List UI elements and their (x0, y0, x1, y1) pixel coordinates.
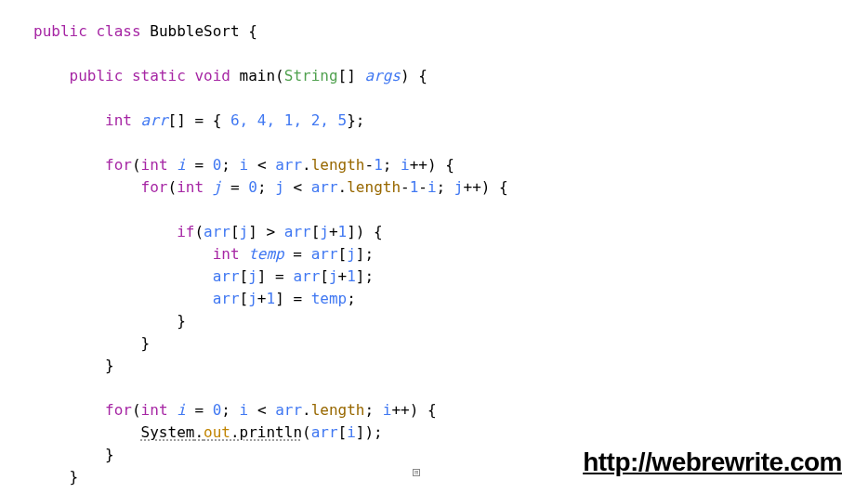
kw-public: public (33, 22, 87, 40)
class-name: BubbleSort (150, 22, 239, 40)
kw-class: class (96, 22, 140, 40)
resize-handle-icon: ⊞ (413, 469, 420, 476)
static-call: System.out.println (141, 423, 302, 441)
code-block: public class BubbleSort { public static … (33, 20, 868, 488)
watermark-link[interactable]: http://webrewrite.com (583, 443, 842, 482)
var-arr: arr (141, 111, 168, 129)
method-main: main (240, 67, 276, 84)
